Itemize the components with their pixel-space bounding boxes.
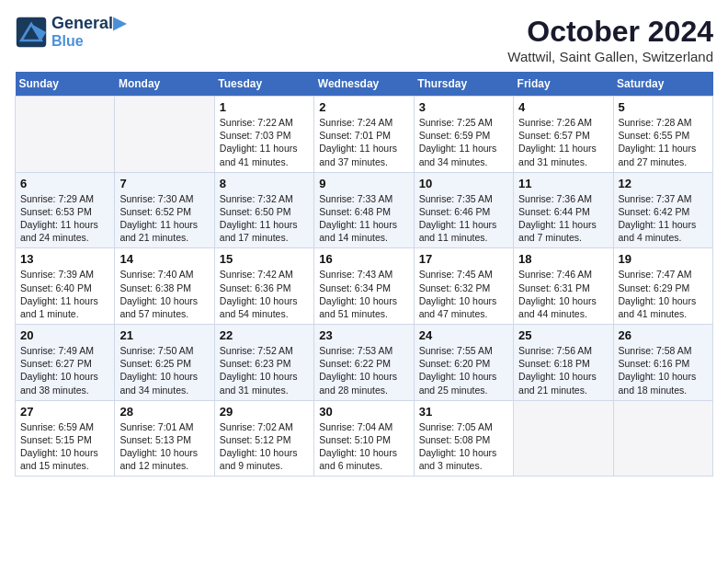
day-info: Sunrise: 7:58 AM Sunset: 6:16 PM Dayligh… [619, 344, 708, 396]
day-info: Sunrise: 7:26 AM Sunset: 6:57 PM Dayligh… [518, 116, 608, 168]
calendar-cell: 21Sunrise: 7:50 AM Sunset: 6:25 PM Dayli… [115, 325, 214, 401]
calendar-cell: 16Sunrise: 7:43 AM Sunset: 6:34 PM Dayli… [314, 248, 414, 325]
weekday-header-friday: Friday [514, 72, 613, 97]
calendar-cell: 11Sunrise: 7:36 AM Sunset: 6:44 PM Dayli… [514, 172, 613, 248]
day-info: Sunrise: 7:56 AM Sunset: 6:18 PM Dayligh… [518, 344, 608, 396]
day-info: Sunrise: 7:45 AM Sunset: 6:32 PM Dayligh… [419, 268, 508, 320]
calendar-cell: 2Sunrise: 7:24 AM Sunset: 7:01 PM Daylig… [314, 97, 414, 173]
day-number: 26 [619, 328, 708, 342]
day-info: Sunrise: 7:04 AM Sunset: 5:10 PM Dayligh… [319, 420, 408, 473]
day-info: Sunrise: 7:42 AM Sunset: 6:36 PM Dayligh… [220, 268, 309, 320]
calendar-cell: 28Sunrise: 7:01 AM Sunset: 5:13 PM Dayli… [115, 400, 214, 477]
calendar-cell [613, 400, 712, 477]
calendar-week-5: 27Sunrise: 6:59 AM Sunset: 5:15 PM Dayli… [16, 400, 713, 477]
calendar-cell: 30Sunrise: 7:04 AM Sunset: 5:10 PM Dayli… [314, 400, 414, 477]
calendar-cell: 3Sunrise: 7:25 AM Sunset: 6:59 PM Daylig… [414, 97, 513, 173]
calendar-cell: 1Sunrise: 7:22 AM Sunset: 7:03 PM Daylig… [214, 97, 313, 173]
calendar-cell: 10Sunrise: 7:35 AM Sunset: 6:46 PM Dayli… [414, 172, 513, 248]
calendar-cell: 24Sunrise: 7:55 AM Sunset: 6:20 PM Dayli… [414, 325, 513, 401]
weekday-header-thursday: Thursday [414, 72, 513, 97]
calendar-cell: 26Sunrise: 7:58 AM Sunset: 6:16 PM Dayli… [613, 325, 712, 401]
day-info: Sunrise: 7:22 AM Sunset: 7:03 PM Dayligh… [220, 116, 309, 168]
day-number: 14 [119, 252, 209, 266]
day-number: 28 [119, 405, 209, 419]
day-number: 8 [220, 177, 309, 190]
calendar-week-4: 20Sunrise: 7:49 AM Sunset: 6:27 PM Dayli… [16, 325, 713, 401]
day-number: 12 [619, 177, 708, 190]
day-number: 9 [319, 177, 408, 190]
day-info: Sunrise: 7:28 AM Sunset: 6:55 PM Dayligh… [619, 116, 708, 168]
calendar-cell: 23Sunrise: 7:53 AM Sunset: 6:22 PM Dayli… [314, 325, 414, 401]
weekday-header-saturday: Saturday [613, 72, 712, 97]
day-number: 29 [220, 405, 309, 419]
logo-text: General▶ Blue [51, 15, 126, 49]
day-number: 20 [20, 328, 109, 342]
calendar-week-2: 6Sunrise: 7:29 AM Sunset: 6:53 PM Daylig… [16, 172, 713, 248]
day-number: 24 [419, 328, 508, 342]
day-info: Sunrise: 7:36 AM Sunset: 6:44 PM Dayligh… [518, 192, 608, 245]
day-number: 11 [518, 177, 608, 190]
day-number: 4 [518, 100, 608, 114]
weekday-header-wednesday: Wednesday [314, 72, 414, 97]
day-number: 3 [419, 100, 508, 114]
calendar-cell [514, 400, 613, 477]
day-number: 27 [20, 405, 109, 419]
day-number: 23 [319, 328, 408, 342]
day-info: Sunrise: 7:33 AM Sunset: 6:48 PM Dayligh… [319, 192, 408, 245]
logo-icon [15, 16, 48, 49]
day-number: 31 [419, 405, 508, 419]
calendar-cell: 25Sunrise: 7:56 AM Sunset: 6:18 PM Dayli… [514, 325, 613, 401]
day-info: Sunrise: 7:35 AM Sunset: 6:46 PM Dayligh… [419, 192, 508, 245]
title-block: October 2024 Wattwil, Saint Gallen, Swit… [507, 15, 713, 64]
day-info: Sunrise: 7:39 AM Sunset: 6:40 PM Dayligh… [20, 268, 109, 320]
day-info: Sunrise: 6:59 AM Sunset: 5:15 PM Dayligh… [20, 420, 109, 473]
day-info: Sunrise: 7:40 AM Sunset: 6:38 PM Dayligh… [119, 268, 209, 320]
day-info: Sunrise: 7:02 AM Sunset: 5:12 PM Dayligh… [220, 420, 309, 473]
calendar-cell: 9Sunrise: 7:33 AM Sunset: 6:48 PM Daylig… [314, 172, 414, 248]
calendar-cell: 17Sunrise: 7:45 AM Sunset: 6:32 PM Dayli… [414, 248, 513, 325]
calendar-table: SundayMondayTuesdayWednesdayThursdayFrid… [15, 72, 713, 477]
calendar-cell: 18Sunrise: 7:46 AM Sunset: 6:31 PM Dayli… [514, 248, 613, 325]
day-number: 19 [619, 252, 708, 266]
day-number: 16 [319, 252, 408, 266]
day-number: 15 [220, 252, 309, 266]
day-number: 10 [419, 177, 508, 190]
day-number: 25 [518, 328, 608, 342]
day-info: Sunrise: 7:29 AM Sunset: 6:53 PM Dayligh… [20, 192, 109, 245]
day-info: Sunrise: 7:32 AM Sunset: 6:50 PM Dayligh… [220, 192, 309, 245]
calendar-cell: 19Sunrise: 7:47 AM Sunset: 6:29 PM Dayli… [613, 248, 712, 325]
day-info: Sunrise: 7:24 AM Sunset: 7:01 PM Dayligh… [319, 116, 408, 168]
day-number: 21 [119, 328, 209, 342]
day-info: Sunrise: 7:30 AM Sunset: 6:52 PM Dayligh… [119, 192, 209, 245]
day-number: 22 [220, 328, 309, 342]
calendar-cell: 20Sunrise: 7:49 AM Sunset: 6:27 PM Dayli… [16, 325, 115, 401]
day-info: Sunrise: 7:25 AM Sunset: 6:59 PM Dayligh… [419, 116, 508, 168]
day-info: Sunrise: 7:50 AM Sunset: 6:25 PM Dayligh… [119, 344, 209, 396]
calendar-cell: 13Sunrise: 7:39 AM Sunset: 6:40 PM Dayli… [16, 248, 115, 325]
day-number: 1 [220, 100, 309, 114]
day-number: 7 [119, 177, 209, 190]
calendar-cell [16, 97, 115, 173]
day-number: 5 [619, 100, 708, 114]
day-number: 13 [20, 252, 109, 266]
logo: General▶ Blue [15, 15, 126, 49]
day-info: Sunrise: 7:37 AM Sunset: 6:42 PM Dayligh… [619, 192, 708, 245]
page-header: General▶ Blue October 2024 Wattwil, Sain… [15, 15, 713, 64]
calendar-week-3: 13Sunrise: 7:39 AM Sunset: 6:40 PM Dayli… [16, 248, 713, 325]
calendar-cell: 12Sunrise: 7:37 AM Sunset: 6:42 PM Dayli… [613, 172, 712, 248]
calendar-header-row: SundayMondayTuesdayWednesdayThursdayFrid… [16, 72, 713, 97]
calendar-cell: 31Sunrise: 7:05 AM Sunset: 5:08 PM Dayli… [414, 400, 513, 477]
calendar-cell: 15Sunrise: 7:42 AM Sunset: 6:36 PM Dayli… [214, 248, 313, 325]
day-info: Sunrise: 7:43 AM Sunset: 6:34 PM Dayligh… [319, 268, 408, 320]
day-number: 6 [20, 177, 109, 190]
calendar-cell: 27Sunrise: 6:59 AM Sunset: 5:15 PM Dayli… [16, 400, 115, 477]
weekday-header-monday: Monday [115, 72, 214, 97]
weekday-header-tuesday: Tuesday [214, 72, 313, 97]
day-info: Sunrise: 7:05 AM Sunset: 5:08 PM Dayligh… [419, 420, 508, 473]
day-info: Sunrise: 7:52 AM Sunset: 6:23 PM Dayligh… [220, 344, 309, 396]
weekday-header-sunday: Sunday [16, 72, 115, 97]
month-title: October 2024 [507, 15, 713, 49]
calendar-cell: 14Sunrise: 7:40 AM Sunset: 6:38 PM Dayli… [115, 248, 214, 325]
day-number: 2 [319, 100, 408, 114]
calendar-cell: 29Sunrise: 7:02 AM Sunset: 5:12 PM Dayli… [214, 400, 313, 477]
